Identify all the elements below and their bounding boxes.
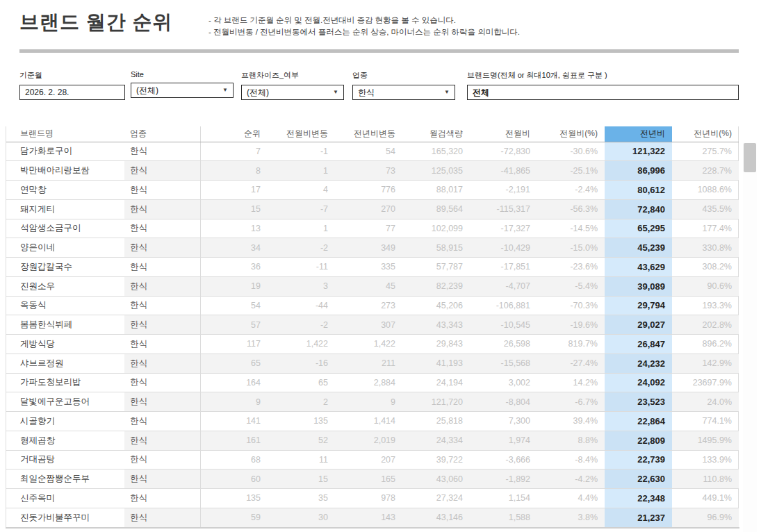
- table-row[interactable]: 게방식당한식1171,4221,42229,84326,598819.7%26,…: [6, 335, 739, 354]
- table-row[interactable]: 양은이네한식34-234958,915-10,429-15.0%45,23933…: [6, 238, 739, 258]
- cell-brand: 형제곱창: [6, 431, 124, 450]
- column-header-mom-diff[interactable]: 전월비: [470, 126, 537, 142]
- cell-mom-diff: -2,191: [470, 181, 537, 200]
- table-row[interactable]: 진돗가비불쭈꾸미한식593014343,1461,5883.8%21,23796…: [6, 508, 739, 527]
- cell-yoy-rank-change: 45: [335, 276, 402, 296]
- cell-yoy-rank-change: 54: [335, 142, 402, 161]
- table-row[interactable]: 샤브르정원한식65-1621141,193-15,568-27.4%24,232…: [6, 354, 739, 373]
- cell-mom-rank-change: 52: [268, 431, 335, 450]
- cell-yoy-diff: 72,840: [605, 199, 672, 219]
- table-row[interactable]: 담가화로구이한식7-154165,320-72,830-30.6%121,322…: [6, 142, 739, 161]
- franchise-dropdown-value: (전체): [247, 87, 269, 99]
- cell-yoy-rank-change: 207: [335, 450, 402, 469]
- column-header-brand[interactable]: 브랜드명: [6, 126, 124, 142]
- table-row[interactable]: 돼지게티한식15-727089,564-115,317-56.3%72,8404…: [6, 199, 739, 219]
- column-header-mom-pct[interactable]: 전월비(%): [537, 126, 605, 142]
- cell-monthly-search-volume: 27,324: [402, 489, 470, 508]
- cell-yoy-rank-change: 2,884: [335, 373, 402, 392]
- cell-yoy-rank-change: 211: [335, 354, 402, 373]
- cell-brand: 봄봄한식뷔페: [6, 315, 124, 335]
- cell-yoy-pct: 435.5%: [672, 199, 739, 219]
- column-header-monthly-search-volume[interactable]: 월검색량: [402, 126, 470, 142]
- industry-dropdown[interactable]: 한식 ▼: [352, 85, 455, 100]
- site-dropdown[interactable]: (전체) ▼: [131, 83, 234, 98]
- cell-yoy-pct: 142.9%: [672, 354, 739, 373]
- cell-mom-rank-change: 1: [268, 219, 335, 238]
- cell-rank: 60: [200, 469, 268, 489]
- filter-industry: 업종 한식 ▼: [352, 70, 455, 100]
- table-row[interactable]: 시골향기한식1411351,41425,8187,30039.4%22,8647…: [6, 412, 739, 431]
- cell-monthly-search-volume: 58,915: [402, 238, 470, 258]
- cell-monthly-search-volume: 43,060: [402, 469, 470, 489]
- base-month-input[interactable]: 2026. 2. 28.: [19, 85, 125, 100]
- column-header-yoy-pct[interactable]: 전년비(%): [672, 126, 739, 142]
- table-row[interactable]: 진원소우한식1934582,239-4,707-5.4%39,08990.6%: [6, 276, 739, 296]
- cell-mom-diff: -4,707: [470, 276, 537, 296]
- franchise-dropdown[interactable]: (전체) ▼: [241, 85, 344, 100]
- cell-mom-pct: -14.5%: [537, 219, 605, 238]
- description-line-2: - 전월비변동 / 전년비변동에서 플러스는 순위 상승, 마이너스는 순위 하…: [208, 26, 520, 38]
- table-row[interactable]: 달빛에구운고등어한식929121,720-8,804-6.7%23,52324.…: [6, 392, 739, 412]
- table-row[interactable]: 옥동식한식54-4427345,206-106,881-70.3%29,7941…: [6, 296, 739, 315]
- cell-rank: 13: [200, 219, 268, 238]
- cell-yoy-rank-change: 143: [335, 508, 402, 527]
- cell-yoy-rank-change: 978: [335, 489, 402, 508]
- column-header-mom-rank-change[interactable]: 전월비변동: [268, 126, 335, 142]
- cell-yoy-pct: 896.2%: [672, 335, 739, 354]
- cell-mom-rank-change: 11: [268, 450, 335, 469]
- filter-industry-label: 업종: [352, 70, 455, 81]
- brand-name-value: 전체: [473, 87, 489, 99]
- column-header-yoy-diff[interactable]: 전년비: [605, 126, 672, 142]
- cell-mom-diff: -3,666: [470, 450, 537, 469]
- cell-brand: 신주옥미: [6, 489, 124, 508]
- table-row[interactable]: 최일순짬뽕순두부한식601516543,060-1,892-4.2%22,630…: [6, 469, 739, 489]
- filter-site-label: Site: [131, 70, 234, 78]
- cell-brand: 게방식당: [6, 335, 124, 354]
- cell-mom-rank-change: 2: [268, 392, 335, 412]
- cell-yoy-pct: 96.9%: [672, 508, 739, 527]
- cell-yoy-diff: 24,232: [605, 354, 672, 373]
- table-row[interactable]: 가파도청보리밥한식164652,88424,1943,00214.2%24,09…: [6, 373, 739, 392]
- cell-yoy-pct: 330.8%: [672, 238, 739, 258]
- cell-monthly-search-volume: 29,843: [402, 335, 470, 354]
- cell-yoy-pct: 774.1%: [672, 412, 739, 431]
- cell-mom-rank-change: -44: [268, 296, 335, 315]
- table-row[interactable]: 박만배아리랑보쌈한식8173125,035-41,865-25.1%86,996…: [6, 161, 739, 181]
- brand-name-input[interactable]: 전체: [467, 85, 739, 100]
- table-row[interactable]: 거대곰탕한식681120739,722-3,666-8.4%22,739133.…: [6, 450, 739, 469]
- description-line-1: - 각 브랜드 기준월 순위 및 전월.전년대비 증감 현황을 볼 수 있습니다…: [208, 15, 520, 26]
- table-row[interactable]: 신주옥미한식1353597827,3241,1544.4%22,348449.1…: [6, 489, 739, 508]
- cell-yoy-diff: 80,612: [605, 181, 672, 200]
- vertical-scrollbar[interactable]: [743, 142, 757, 532]
- cell-monthly-search-volume: 88,017: [402, 181, 470, 200]
- table-row[interactable]: 봄봄한식뷔페한식57-230743,343-10,545-19.6%29,027…: [6, 315, 739, 335]
- chevron-down-icon: ▼: [444, 90, 450, 95]
- scrollbar-thumb[interactable]: [744, 143, 756, 172]
- cell-mom-pct: 8.8%: [537, 431, 605, 450]
- cell-rank: 34: [200, 238, 268, 258]
- cell-mom-diff: -10,429: [470, 238, 537, 258]
- column-header-yoy-rank-change[interactable]: 전년비변동: [335, 126, 402, 142]
- table-row[interactable]: 석암생소금구이한식13177102,099-17,327-14.5%65,295…: [6, 219, 739, 238]
- table-row[interactable]: 연막창한식17477688,017-2,191-2.4%80,6121088.6…: [6, 181, 739, 200]
- column-header-rank[interactable]: 순위: [200, 126, 268, 142]
- cell-yoy-rank-change: 270: [335, 199, 402, 219]
- cell-yoy-rank-change: 1,422: [335, 335, 402, 354]
- cell-mom-rank-change: -2: [268, 315, 335, 335]
- table-row[interactable]: 장원갑칼국수한식36-1133557,787-17,851-23.6%43,62…: [6, 258, 739, 277]
- filter-brand-name-label: 브랜드명(전체 or 최대10개, 쉼표로 구분 ): [467, 70, 739, 81]
- cell-mom-pct: -6.7%: [537, 392, 605, 412]
- table-row[interactable]: 형제곱창한식161522,01924,3341,9748.8%22,809149…: [6, 431, 739, 450]
- cell-yoy-diff: 86,996: [605, 161, 672, 181]
- cell-yoy-pct: 193.3%: [672, 296, 739, 315]
- cell-mom-diff: 1,588: [470, 508, 537, 527]
- cell-industry: 한식: [124, 199, 200, 219]
- column-header-industry[interactable]: 업종: [124, 126, 200, 142]
- cell-mom-diff: -41,865: [470, 161, 537, 181]
- cell-monthly-search-volume: 41,193: [402, 354, 470, 373]
- cell-yoy-pct: 1495.9%: [672, 431, 739, 450]
- cell-brand: 샤브르정원: [6, 354, 124, 373]
- cell-brand: 진원소우: [6, 276, 124, 296]
- industry-dropdown-value: 한식: [358, 87, 375, 99]
- cell-mom-pct: -8.4%: [537, 450, 605, 469]
